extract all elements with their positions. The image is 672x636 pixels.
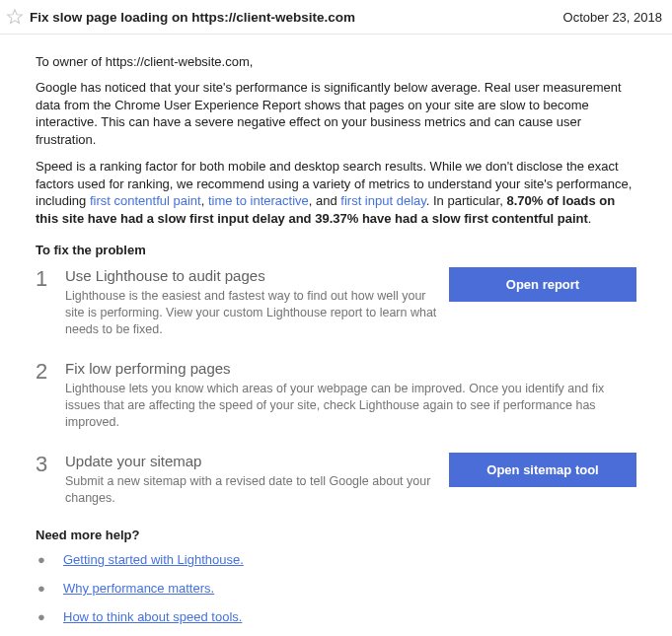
bullet-icon: ● <box>36 609 63 624</box>
help-links-list: ● Getting started with Lighthouse. ● Why… <box>36 552 636 636</box>
step-title: Use Lighthouse to audit pages <box>65 267 441 284</box>
fix-problem-header: To fix the problem <box>36 243 636 257</box>
step-1: 1 Use Lighthouse to audit pages Lighthou… <box>36 267 636 338</box>
link-time-to-interactive[interactable]: time to interactive <box>208 193 309 208</box>
step-description: Lighthouse lets you know which areas of … <box>65 381 629 431</box>
help-link-lighthouse[interactable]: Getting started with Lighthouse. <box>63 552 244 567</box>
open-report-button[interactable]: Open report <box>449 267 636 302</box>
para2-post1: . In particular, <box>426 193 507 208</box>
link-first-input-delay[interactable]: first input delay <box>340 193 425 208</box>
bullet-icon: ● <box>36 552 63 567</box>
step-action: Open sitemap tool <box>449 453 636 487</box>
open-sitemap-tool-button[interactable]: Open sitemap tool <box>449 453 636 487</box>
step-3: 3 Update your sitemap Submit a new sitem… <box>36 453 636 507</box>
para2-sep2: , and <box>309 193 341 208</box>
star-icon[interactable] <box>6 8 24 26</box>
message-body: To owner of https://client-website.com, … <box>0 35 672 636</box>
para2-sep1: , <box>201 193 208 208</box>
step-number: 2 <box>36 360 65 384</box>
step-number: 3 <box>36 453 65 476</box>
step-body: Use Lighthouse to audit pages Lighthouse… <box>65 267 449 338</box>
intro-paragraph-2: Speed is a ranking factor for both mobil… <box>36 158 636 227</box>
step-title: Fix low performing pages <box>65 360 629 377</box>
help-link-speed-tools[interactable]: How to think about speed tools. <box>63 609 242 624</box>
list-item: ● Why performance matters. <box>36 581 636 596</box>
step-action: Open report <box>449 267 636 302</box>
message-date: October 23, 2018 <box>563 10 662 25</box>
bullet-icon: ● <box>36 581 63 596</box>
list-item: ● How to think about speed tools. <box>36 609 636 624</box>
step-description: Submit a new sitemap with a revised date… <box>65 473 441 507</box>
need-more-help-header: Need more help? <box>36 528 636 542</box>
svg-marker-0 <box>8 10 23 24</box>
step-2: 2 Fix low performing pages Lighthouse le… <box>36 360 636 431</box>
step-title: Update your sitemap <box>65 453 441 469</box>
step-body: Fix low performing pages Lighthouse lets… <box>65 360 636 431</box>
list-item: ● Getting started with Lighthouse. <box>36 552 636 567</box>
link-first-contentful-paint[interactable]: first contentful paint <box>90 193 201 208</box>
intro-paragraph-1: Google has noticed that your site's perf… <box>36 79 636 148</box>
step-number: 1 <box>36 267 65 291</box>
para2-post2: . <box>588 211 592 226</box>
step-description: Lighthouse is the easiest and fastest wa… <box>65 288 441 338</box>
message-header: Fix slow page loading on https://client-… <box>0 0 672 35</box>
message-title: Fix slow page loading on https://client-… <box>30 10 563 25</box>
salutation: To owner of https://client-website.com, <box>36 54 636 69</box>
step-body: Update your sitemap Submit a new sitemap… <box>65 453 449 507</box>
help-link-performance[interactable]: Why performance matters. <box>63 581 214 596</box>
